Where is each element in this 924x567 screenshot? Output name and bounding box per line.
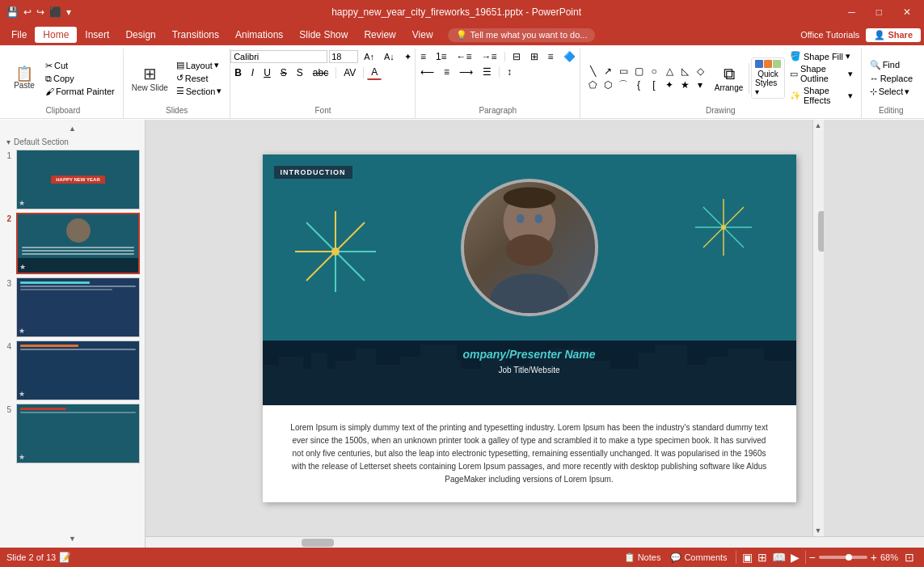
menu-design[interactable]: Design	[117, 27, 163, 43]
clear-format-button[interactable]: ✦	[400, 51, 416, 63]
canvas-hscroll[interactable]	[146, 536, 924, 548]
normal-view-button[interactable]: ▣	[740, 551, 755, 564]
font-spacing-button[interactable]: AV	[340, 66, 360, 79]
shape-line[interactable]: ╲	[585, 65, 600, 78]
presenter-name[interactable]: ompany/Presenter Name	[462, 348, 595, 361]
menu-view[interactable]: View	[404, 27, 441, 43]
decrease-font-button[interactable]: A↓	[380, 51, 399, 62]
menu-review[interactable]: Review	[356, 27, 403, 43]
select-button[interactable]: ⊹ Select ▾	[867, 86, 916, 98]
notes-view-icon[interactable]: 📝	[59, 552, 71, 563]
scroll-down-arrow[interactable]: ▼	[3, 533, 141, 544]
fit-window-button[interactable]: ⊡	[901, 551, 918, 564]
shape-diamond[interactable]: ◇	[693, 65, 707, 78]
justify-button[interactable]: ☰	[479, 66, 496, 78]
font-color-button[interactable]: A	[367, 66, 382, 80]
slide-thumb-2[interactable]: ★	[16, 213, 140, 274]
align-text-button[interactable]: ≡	[544, 50, 558, 63]
shape-arrow[interactable]: ↗	[601, 65, 615, 78]
vscroll-thumb[interactable]	[818, 211, 824, 252]
zoom-out-button[interactable]: −	[809, 551, 816, 564]
shape-curve[interactable]: ⌒	[616, 78, 631, 91]
arrange-button[interactable]: ⧉ Arrange	[709, 63, 749, 94]
office-tutorials-link[interactable]: Office Tutorials	[800, 30, 859, 40]
hscroll-thumb[interactable]	[302, 539, 334, 547]
paste-button[interactable]: 📋 Paste	[8, 57, 40, 99]
strikethrough-button[interactable]: S	[276, 66, 291, 79]
align-right-button[interactable]: ⟶	[455, 66, 477, 78]
shape-rounded-rect[interactable]: ▢	[631, 65, 646, 78]
menu-home[interactable]: Home	[35, 27, 77, 43]
underline-button[interactable]: U	[259, 66, 275, 79]
replace-button[interactable]: ↔ Replace	[867, 73, 916, 84]
slide-thumb-4[interactable]: ★	[16, 341, 140, 400]
shape-bracket[interactable]: [	[647, 78, 661, 91]
bold-button[interactable]: B	[230, 66, 246, 79]
increase-font-button[interactable]: A↑	[360, 51, 378, 62]
bullets-button[interactable]: ≡	[416, 50, 430, 63]
scroll-up-arrow[interactable]: ▲	[3, 123, 141, 134]
convert-smartart-button[interactable]: 🔷	[559, 50, 580, 63]
align-left-button[interactable]: ⟵	[416, 66, 438, 78]
slide-canvas[interactable]: INTRODUCTION	[263, 154, 796, 502]
zoom-in-button[interactable]: +	[871, 551, 877, 564]
line-spacing-button[interactable]: ↕	[503, 66, 516, 78]
columns-button[interactable]: ⊟	[508, 50, 525, 63]
reset-button[interactable]: ↺ Reset	[173, 72, 226, 84]
menu-insert[interactable]: Insert	[77, 27, 117, 43]
menu-slideshow[interactable]: Slide Show	[291, 27, 356, 43]
vscroll-up[interactable]: ▲	[813, 120, 824, 131]
find-button[interactable]: 🔍 Find	[867, 59, 916, 71]
shape-star5[interactable]: ★	[677, 78, 692, 91]
collapse-icon[interactable]: ▾	[6, 138, 11, 146]
shape-right-tri[interactable]: ◺	[677, 65, 692, 78]
format-painter-button[interactable]: 🖌 Format Painter	[42, 86, 118, 97]
shape-pentagon[interactable]: ⬠	[585, 78, 600, 91]
shape-triangle[interactable]: △	[662, 65, 677, 78]
quick-styles-button[interactable]: Quick Styles ▾	[751, 57, 785, 99]
tell-me-box[interactable]: 💡 Tell me what you want to do...	[448, 28, 596, 42]
text-direction-button[interactable]: ⊞	[526, 50, 542, 63]
zoom-slider[interactable]	[819, 556, 867, 559]
customize-icon[interactable]: ⬛	[49, 6, 61, 18]
align-center-button[interactable]: ≡	[440, 66, 454, 78]
comments-button[interactable]: 💬 Comments	[665, 552, 732, 563]
reading-view-button[interactable]: 📖	[770, 551, 788, 564]
strikethrough2-button[interactable]: abc	[309, 66, 332, 79]
italic-button[interactable]: I	[247, 66, 258, 79]
close-button[interactable]: ✕	[897, 5, 918, 19]
share-button[interactable]: 👤 Share	[866, 28, 921, 42]
slide-thumb-1[interactable]: HAPPY NEW YEAR ★	[16, 150, 140, 209]
lorem-text[interactable]: Lorem Ipsum is simply dummy text of the …	[287, 421, 772, 486]
copy-button[interactable]: ⧉ Copy	[42, 73, 118, 85]
vscroll-down[interactable]: ▼	[813, 525, 824, 536]
font-name-input[interactable]	[230, 50, 327, 63]
notes-button[interactable]: 📋 Notes	[619, 552, 666, 563]
maximize-button[interactable]: □	[870, 5, 888, 19]
slide-thumb-3[interactable]: ★	[16, 277, 140, 337]
menu-animations[interactable]: Animations	[227, 27, 291, 43]
shadow-button[interactable]: S	[293, 66, 307, 79]
menu-transitions[interactable]: Transitions	[164, 27, 227, 43]
redo-icon[interactable]: ↪	[36, 6, 44, 18]
save-icon[interactable]: 💾	[6, 6, 19, 18]
shape-more[interactable]: ▾	[693, 78, 707, 91]
increase-indent-button[interactable]: →≡	[478, 50, 501, 63]
job-title[interactable]: Job Title/Website	[499, 366, 560, 374]
layout-button[interactable]: ▤ Layout ▾	[173, 59, 226, 71]
presentation-view-button[interactable]: ▶	[788, 551, 802, 564]
shape-circle[interactable]: ○	[647, 65, 661, 78]
font-size-input[interactable]	[329, 50, 358, 63]
slide-thumb-5[interactable]: ★	[16, 404, 140, 463]
shape-brace[interactable]: {	[631, 78, 646, 91]
decrease-indent-button[interactable]: ←≡	[453, 50, 476, 63]
shape-hex[interactable]: ⬡	[601, 78, 615, 91]
shape-star4[interactable]: ✦	[662, 78, 677, 91]
new-slide-button[interactable]: ⊞ New Slide	[129, 57, 171, 99]
undo-icon[interactable]: ↩	[23, 6, 32, 18]
shape-fill-button[interactable]: 🪣 Shape Fill ▾	[787, 50, 856, 62]
section-button[interactable]: ☰ Section ▾	[173, 85, 226, 97]
minimize-button[interactable]: ─	[842, 5, 862, 19]
shape-effects-button[interactable]: ✨ Shape Effects ▾	[787, 85, 856, 106]
numbering-button[interactable]: 1≡	[432, 50, 451, 63]
